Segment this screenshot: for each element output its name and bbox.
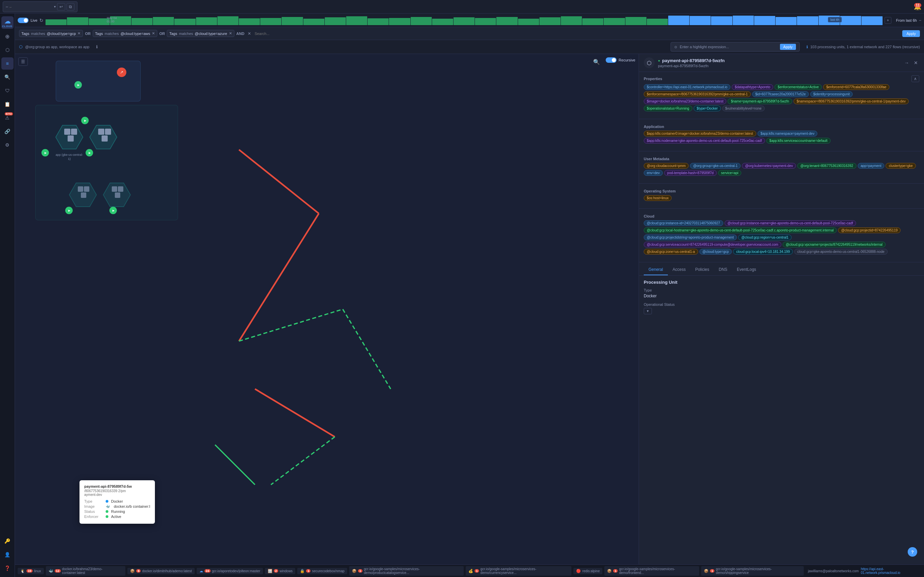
status-frontend[interactable]: 📦 1 gcr.io/google-samples/microservices-… xyxy=(604,566,699,575)
tooltip-image-value: docker.io/b container:l xyxy=(114,504,150,508)
status-linux[interactable]: 🐧 19 linux xyxy=(18,568,44,574)
tooltip-enforcer-label: Enforcer xyxy=(84,514,103,519)
graph-area[interactable]: ▶ ↗ ▶ xyxy=(15,54,639,564)
tag-gcp-zone: @cloud:gcp:zone=us-central1-a xyxy=(644,249,698,255)
time-range-decrease[interactable]: − xyxy=(919,18,921,23)
graph-menu-btn[interactable]: ☰ xyxy=(18,57,28,66)
pu-section: Processing Unit Type Docker xyxy=(644,280,919,298)
status-bar: 🐧 19 linux 🐳 12 docker.io/brahma23/demo-… xyxy=(15,564,924,577)
tab-policies[interactable]: Policies xyxy=(690,264,714,275)
recursive-toggle-switch[interactable] xyxy=(606,57,617,63)
tab-eventlogs[interactable]: EventLogs xyxy=(732,264,761,275)
os-tags: $os:host=linux xyxy=(644,195,919,201)
ns-icon: ⬡ xyxy=(19,45,23,49)
sidebar-item-namespace[interactable]: ⊕ xyxy=(2,30,14,42)
highlight-apply-btn[interactable]: Apply xyxy=(780,44,796,50)
expand-btn[interactable]: + xyxy=(885,17,892,24)
highlight-label: last 6h xyxy=(828,17,842,23)
filter-remove-3[interactable]: ✕ xyxy=(229,31,232,35)
tab-access[interactable]: Access xyxy=(668,264,691,275)
external-node-icon[interactable]: ↗ xyxy=(117,68,126,77)
info-text: 103 processing units, 1 external network… xyxy=(810,45,920,49)
status-docker-dimitri[interactable]: 📦 6 docker.io/dimitrihub/ademo:latest xyxy=(128,568,194,574)
filter-chip-tags-azure[interactable]: Tags matches @cloud:type=azure ✕ xyxy=(167,30,234,37)
dash-icon: – xyxy=(6,5,8,9)
detail-actions: → ✕ xyxy=(903,59,919,67)
live-toggle-switch[interactable] xyxy=(18,18,29,23)
sidebar-item-list[interactable]: ≡ xyxy=(2,57,14,69)
tag-gcp-node: cloud:gcp=gke-aporeto-demo-us-central1-0… xyxy=(794,249,888,255)
sidebar-item-policy[interactable]: 🛡 xyxy=(2,84,14,97)
filter-clear-btn[interactable]: ✕ xyxy=(246,31,252,37)
product-icon: 📦 xyxy=(352,569,357,573)
filter-remove-2[interactable]: ✕ xyxy=(152,31,155,35)
running-dot xyxy=(106,510,108,513)
sidebar-item-network[interactable]: 🔗 xyxy=(2,125,14,137)
op-status-dropdown[interactable]: ▾ xyxy=(644,308,652,314)
tag-gcp-instance-id: @cloud:gcp:instance-id=24027031148750609… xyxy=(644,220,723,226)
dropdown-arrow: ▾ xyxy=(54,5,56,8)
outer-container xyxy=(36,105,178,220)
refresh-btn[interactable]: ↻ xyxy=(39,18,44,23)
gcr-icon-1: ☁ xyxy=(199,569,203,573)
ns-info-btn[interactable]: ℹ xyxy=(95,44,99,50)
namespace-input[interactable] xyxy=(10,5,37,9)
status-windows[interactable]: 🪟 2 windows xyxy=(265,568,295,574)
sidebar-item-account[interactable]: 👤 xyxy=(2,548,14,561)
filter-key-3: Tags xyxy=(169,32,177,35)
currency-label: gcr.io/google-samples/microservices-demo… xyxy=(480,567,569,575)
help-float-btn[interactable]: ? xyxy=(908,547,917,557)
nmap-label: securecodebox/nmap xyxy=(312,569,344,573)
sidebar-item-alerts[interactable]: ⚠ 8772 xyxy=(2,112,14,124)
top-container xyxy=(56,61,141,102)
gcr-jolteon-label: gcr.io/aporetodev/jolteon:master xyxy=(212,569,260,573)
filter-chip-tags-aws[interactable]: Tags matches @cloud:type=aws ✕ xyxy=(93,30,157,37)
sidebar-item-graph[interactable]: ⬡ xyxy=(2,44,14,56)
live-toggle[interactable]: Live xyxy=(18,18,37,23)
linux-icon: 🐧 xyxy=(20,569,25,573)
copy-btn[interactable]: ⧉ xyxy=(66,3,74,11)
reports-icon: 📋 xyxy=(5,102,10,107)
svg-line-2 xyxy=(239,309,343,341)
namespace-icon: ⊕ xyxy=(5,33,10,40)
tag-app-nodename: $app:k8s:nodename=gke-aporeto-demo-us-ce… xyxy=(644,138,765,143)
filter-chip-tags-gcp[interactable]: Tags matches @cloud:type=gcp ✕ xyxy=(19,30,83,37)
tag-app-payment: app=payment xyxy=(858,163,885,169)
status-nmap[interactable]: 🔒 1 securecodebox/nmap xyxy=(297,568,347,574)
filter-remove-1[interactable]: ✕ xyxy=(78,31,81,35)
account-icon: 👤 xyxy=(5,552,10,557)
notif-count: 11 xyxy=(914,3,921,8)
sidebar-item-search[interactable]: 🔍 xyxy=(2,71,14,83)
operator-and: AND xyxy=(236,32,245,35)
tab-general[interactable]: General xyxy=(644,264,668,275)
sidebar-item-secrets[interactable]: 🔑 xyxy=(2,535,14,547)
properties-collapse-btn[interactable]: ∧ xyxy=(911,75,919,82)
filter-apply-btn[interactable]: Apply xyxy=(902,30,920,37)
search-icon: 🔍 xyxy=(5,74,10,80)
frontend-label: gcr.io/google-samples/microservices-demo… xyxy=(619,567,696,575)
status-product-catalog[interactable]: 📦 1 gcr.io/google-samples/microservices-… xyxy=(349,566,464,575)
filter-search-input[interactable] xyxy=(254,32,900,35)
ns-bar: ⬡ @org:group as app, workspace as app ℹ … xyxy=(15,40,924,54)
os-title: Operating System xyxy=(644,189,919,193)
main-layout: ☁ CLOUD ⊕ ⬡ ≡ 🔍 🛡 📋 ⚠ 8772 🔗 ⚙ xyxy=(0,14,924,577)
status-currency[interactable]: 💰 1 gcr.io/google-samples/microservices-… xyxy=(466,566,571,575)
graph-search-btn[interactable]: 🔍 xyxy=(592,57,601,66)
frontend-icon: 📦 xyxy=(607,569,612,573)
status-shipping[interactable]: 📦 1 gcr.io/google-samples/microservices-… xyxy=(701,566,804,575)
highlight-expr-input[interactable]: ⊙ Enter a highlight expression... Apply xyxy=(670,42,800,52)
sidebar-item-cloud[interactable]: ☁ CLOUD xyxy=(2,16,14,29)
recursive-toggle: Recursive xyxy=(606,57,635,63)
back-btn[interactable]: ↩ xyxy=(57,3,65,11)
sidebar-item-help[interactable]: ❓ xyxy=(2,562,14,574)
status-docker-brahma[interactable]: 🐳 12 docker.io/brahma23/demo-container:l… xyxy=(46,566,126,575)
status-gcr-jolteon[interactable]: ☁ 24 gcr.io/aporetodev/jolteon:master xyxy=(197,568,263,574)
expand-detail-btn[interactable]: → xyxy=(903,59,910,67)
sidebar-item-reports[interactable]: 📋 xyxy=(2,98,14,110)
sidebar-item-settings[interactable]: ⚙ xyxy=(2,139,14,151)
tab-dns[interactable]: DNS xyxy=(714,264,732,275)
product-count: 1 xyxy=(358,569,362,572)
close-detail-btn[interactable]: ✕ xyxy=(913,59,919,67)
namespace-search[interactable]: – ▾ ↩ ⧉ xyxy=(3,2,78,12)
status-redis[interactable]: 🔴 redis:alpine xyxy=(573,568,602,574)
